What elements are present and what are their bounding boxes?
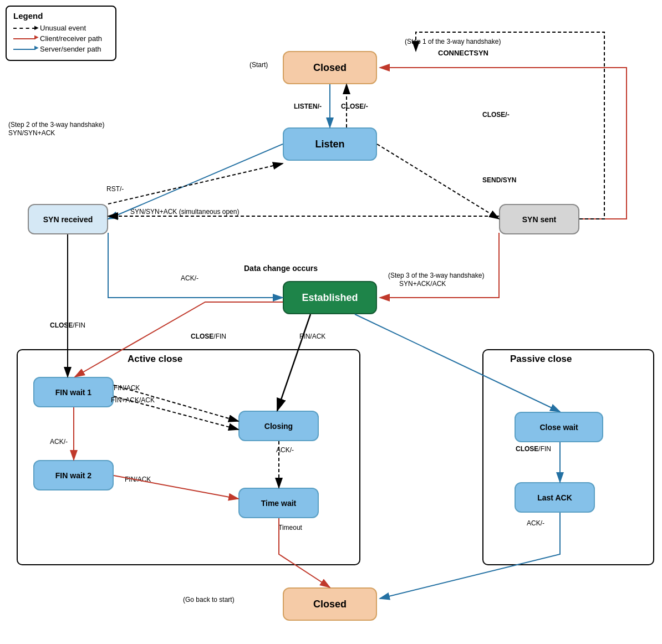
active-close-box bbox=[17, 349, 360, 565]
label-ack-dash-fin1: ACK/- bbox=[50, 438, 68, 446]
state-listen: Listen bbox=[283, 127, 377, 161]
label-listen-dash: LISTEN/- bbox=[294, 103, 322, 110]
label-syn-syn-ack-step2: SYN/SYN+ACK bbox=[8, 129, 55, 137]
label-close-dash-top: CLOSE/- bbox=[341, 103, 368, 110]
label-ack-dash-last: ACK/- bbox=[527, 519, 544, 527]
label-go-back: (Go back to start) bbox=[183, 596, 235, 604]
label-syn-ack-ack: SYN+ACK/ACK bbox=[399, 280, 446, 288]
label-close-fin-active: CLOSE/FIN bbox=[191, 333, 226, 340]
state-syn-received: SYN received bbox=[28, 204, 108, 234]
label-close-fin-passive: CLOSE/FIN bbox=[516, 445, 551, 453]
label-send-syn: SEND/SYN bbox=[482, 176, 516, 184]
label-timeout: Timeout bbox=[278, 524, 302, 531]
legend-item-dashed: Unusual event bbox=[13, 24, 109, 32]
label-close-dash-right: CLOSE/- bbox=[482, 111, 510, 119]
state-syn-sent: SYN sent bbox=[499, 204, 579, 234]
passive-close-box bbox=[482, 349, 654, 565]
legend-label-server: Server/sender path bbox=[40, 45, 101, 53]
label-data-change: Data change occurs bbox=[244, 264, 318, 273]
state-closed-bottom: Closed bbox=[283, 587, 377, 621]
legend-title: Legend bbox=[13, 11, 109, 21]
label-fin-plus-ack-ack: FIN+ACK/ACK bbox=[111, 396, 155, 404]
label-fin-ack-closing: FIN/ACK bbox=[114, 384, 140, 392]
legend-item-blue: Server/sender path bbox=[13, 45, 109, 53]
red-line-icon bbox=[13, 38, 35, 39]
state-established: Established bbox=[283, 281, 377, 314]
label-connect-syn: CONNECTSYN bbox=[438, 49, 488, 57]
legend-label-client: Client/receiver path bbox=[40, 34, 102, 43]
label-close-fin-left: CLOSE/FIN bbox=[50, 321, 85, 329]
label-step1: (Step 1 of the 3-way handshake) bbox=[405, 38, 501, 45]
state-closed-top: Closed bbox=[283, 51, 377, 84]
blue-line-icon bbox=[13, 49, 35, 50]
label-ack-dash: ACK/- bbox=[181, 274, 198, 282]
diagram-container: Legend Unusual event Client/receiver pat… bbox=[0, 0, 662, 644]
legend-item-red: Client/receiver path bbox=[13, 34, 109, 43]
label-rst-dash: RST/- bbox=[106, 185, 124, 193]
dashed-line-icon bbox=[13, 28, 35, 29]
label-fin-ack-fin2: FIN/ACK bbox=[125, 476, 151, 483]
label-passive-close: Passive close bbox=[510, 354, 572, 365]
label-step3: (Step 3 of the 3-way handshake) bbox=[388, 272, 484, 279]
legend-label-unusual: Unusual event bbox=[40, 24, 86, 32]
label-start: (Start) bbox=[249, 61, 268, 69]
label-syn-syn-ack-simult: SYN/SYN+ACK (simultaneous open) bbox=[130, 208, 239, 216]
label-step2: (Step 2 of the 3-way handshake) bbox=[8, 121, 104, 129]
label-active-close: Active close bbox=[128, 354, 182, 365]
label-ack-dash-closing: ACK/- bbox=[276, 446, 294, 454]
label-fin-ack-active: FIN/ACK bbox=[299, 333, 325, 340]
legend: Legend Unusual event Client/receiver pat… bbox=[6, 6, 116, 61]
